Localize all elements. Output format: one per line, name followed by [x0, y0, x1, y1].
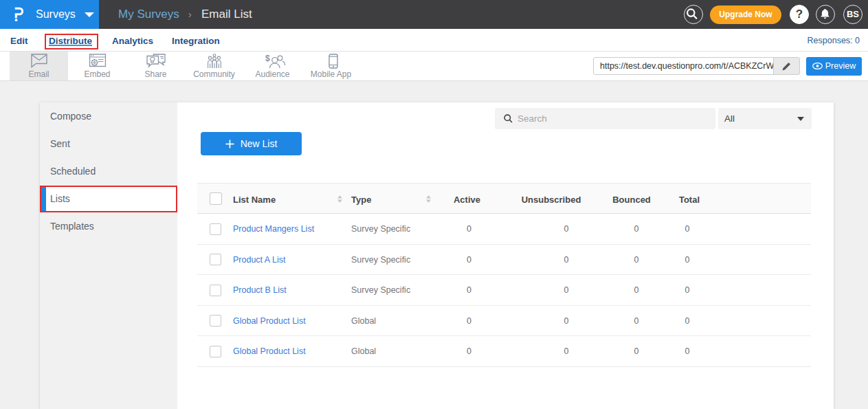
svg-text:$: $ — [265, 54, 270, 63]
